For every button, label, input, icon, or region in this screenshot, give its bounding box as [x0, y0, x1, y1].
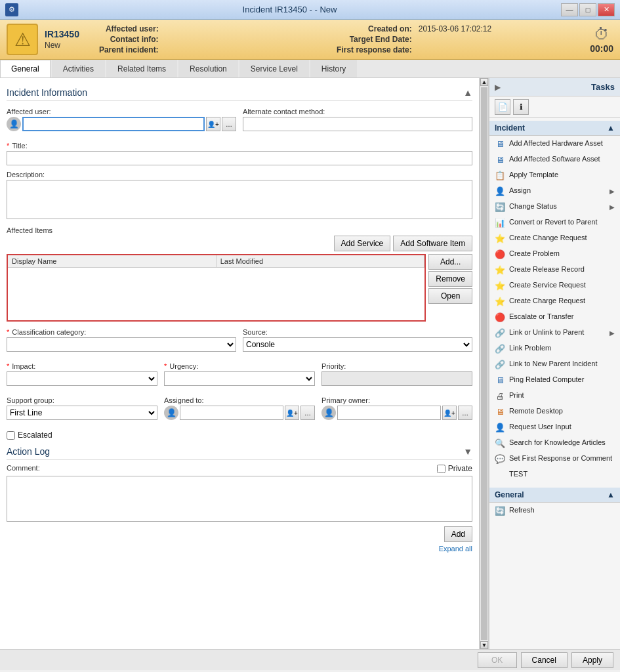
menu-create-release[interactable]: ⭐ Create Release Record [489, 262, 620, 278]
maximize-button[interactable]: □ [579, 3, 596, 16]
menu-link-unlink[interactable]: 🔗 Link or Unlink to Parent ▶ [489, 325, 620, 341]
primary-owner-label: Primary owner: [321, 396, 472, 404]
menu-link-parent[interactable]: 🔗 Link to New Parent Incident [489, 356, 620, 372]
main-layout: Incident Information ▲ Affected user: 👤 … [0, 78, 620, 649]
menu-ping-computer[interactable]: 🖥 Ping Related Computer [489, 372, 620, 388]
menu-apply-template[interactable]: 📋 Apply Template [489, 167, 620, 183]
menu-assign[interactable]: 👤 Assign ▶ [489, 183, 620, 199]
title-input[interactable] [7, 151, 472, 165]
impact-field: * Impact: [7, 362, 157, 386]
add-item-button[interactable]: Add... [428, 254, 472, 270]
collapse-button[interactable]: ▲ [463, 87, 472, 98]
private-label[interactable]: Private [437, 464, 472, 473]
tab-service-level[interactable]: Service Level [239, 60, 309, 77]
assigned-user-icon: 👤 [164, 406, 178, 420]
tab-related-items[interactable]: Related Items [106, 60, 177, 77]
menu-change-status[interactable]: 🔄 Change Status ▶ [489, 199, 620, 215]
add-service-button[interactable]: Add Service [334, 236, 391, 251]
scroll-up-btn[interactable]: ▲ [480, 78, 488, 86]
user-browse-button[interactable]: … [222, 117, 236, 131]
table-header: Display Name Last Modified [8, 255, 424, 268]
escalated-label[interactable]: Escalated [7, 430, 472, 440]
menu-refresh[interactable]: 🔄 Refresh [489, 503, 620, 518]
escalate-label: Escalate or Transfer [509, 312, 573, 321]
alternate-contact-label: Alternate contact method: [243, 108, 472, 116]
menu-create-charge[interactable]: ⭐ Create Charge Request [489, 293, 620, 309]
header-fields: Affected user: Created on: 2015-03-06 17… [99, 24, 583, 55]
owner-browse-button[interactable]: … [458, 406, 472, 420]
remote-desktop-icon: 🖥 [495, 406, 505, 417]
left-panel: Incident Information ▲ Affected user: 👤 … [0, 78, 480, 649]
tab-general[interactable]: General [0, 60, 51, 77]
change-status-label: Change Status [509, 202, 557, 211]
incident-id-status: IR13450 New [45, 24, 79, 55]
menu-print[interactable]: 🖨 Print [489, 388, 620, 404]
menu-link-problem[interactable]: 🔗 Link Problem [489, 341, 620, 356]
remove-item-button[interactable]: Remove [428, 271, 472, 287]
minimize-button[interactable]: — [561, 3, 578, 16]
tasks-expand-icon[interactable]: ▶ [495, 83, 501, 92]
scroll-down-btn[interactable]: ▼ [480, 641, 488, 649]
assigned-to-input[interactable] [180, 406, 283, 420]
urgency-select[interactable] [164, 371, 315, 386]
alternate-contact-input[interactable] [243, 117, 472, 131]
menu-add-software[interactable]: 🖥 Add Affected Software Asset [489, 152, 620, 167]
comment-textarea[interactable] [7, 476, 472, 522]
source-select[interactable]: Console [243, 337, 472, 352]
menu-request-input[interactable]: 👤 Request User Input [489, 419, 620, 435]
menu-escalate[interactable]: 🔴 Escalate or Transfer [489, 309, 620, 325]
add-software-button[interactable]: Add Software Item [393, 236, 472, 251]
menu-set-first-response[interactable]: 💬 Set First Response or Comment [489, 451, 620, 467]
create-service-label: Create Service Request [509, 281, 586, 289]
assigned-browse-button[interactable]: … [300, 406, 315, 420]
action-log-collapse[interactable]: ▼ [463, 446, 472, 457]
affected-user-input[interactable] [22, 117, 205, 131]
create-charge-label: Create Charge Request [509, 297, 585, 305]
incident-header: ⚠ IR13450 New Affected user: Created on:… [0, 20, 620, 60]
menu-add-hardware[interactable]: 🖥 Add Affected Hardware Asset [489, 136, 620, 152]
tab-activities[interactable]: Activities [52, 60, 105, 77]
menu-create-problem[interactable]: 🔴 Create Problem [489, 246, 620, 262]
expand-all-link[interactable]: Expand all [7, 542, 472, 555]
open-item-button[interactable]: Open [428, 288, 472, 304]
create-service-icon: ⭐ [495, 280, 505, 291]
apply-button[interactable]: Apply [571, 652, 613, 668]
contact-info-value [165, 35, 330, 44]
menu-search-knowledge[interactable]: 🔍 Search for Knowledge Articles [489, 435, 620, 451]
ok-button[interactable]: OK [478, 652, 517, 668]
scroll-thumb[interactable] [481, 87, 487, 640]
description-field: Description: [7, 171, 472, 221]
col-last-modified: Last Modified [217, 255, 425, 267]
menu-create-change[interactable]: ⭐ Create Change Request [489, 230, 620, 246]
menu-convert-revert[interactable]: 📊 Convert or Revert to Parent [489, 215, 620, 230]
scrollbar[interactable]: ▲ ▼ [480, 78, 489, 649]
created-on-value: 2015-03-06 17:02:12 [419, 24, 583, 33]
owner-picker-button[interactable]: 👤+ [442, 406, 457, 420]
escalated-checkbox[interactable] [7, 431, 15, 440]
user-picker-button[interactable]: 👤+ [206, 117, 220, 131]
description-textarea[interactable] [7, 180, 472, 219]
apply-template-icon: 📋 [495, 170, 505, 180]
support-group-select[interactable]: First Line [7, 406, 157, 420]
cancel-button[interactable]: Cancel [521, 652, 568, 668]
tasks-info-button[interactable]: ℹ [513, 99, 529, 115]
add-comment-button[interactable]: Add [444, 526, 472, 542]
link-unlink-label: Link or Unlink to Parent [509, 328, 584, 337]
menu-remote-desktop[interactable]: 🖥 Remote Desktop [489, 404, 620, 419]
private-checkbox[interactable] [437, 465, 445, 473]
menu-create-service[interactable]: ⭐ Create Service Request [489, 278, 620, 293]
affected-user-row: Affected user: 👤 👤+ … Alternate contact … [7, 108, 472, 136]
tab-resolution[interactable]: Resolution [178, 60, 238, 77]
tab-history[interactable]: History [310, 60, 357, 77]
impact-select[interactable] [7, 371, 157, 386]
tasks-new-button[interactable]: 📄 [495, 99, 510, 115]
classification-select[interactable] [7, 337, 236, 352]
primary-owner-input[interactable] [337, 406, 441, 420]
assigned-picker-button[interactable]: 👤+ [285, 406, 299, 420]
create-release-label: Create Release Record [509, 265, 585, 274]
incident-info-title: Incident Information [7, 87, 87, 98]
menu-test[interactable]: TEST [489, 467, 620, 482]
close-button[interactable]: ✕ [598, 3, 615, 16]
action-log-section: Action Log ▼ Comment: Private Add [7, 446, 472, 542]
change-status-icon: 🔄 [495, 201, 505, 212]
